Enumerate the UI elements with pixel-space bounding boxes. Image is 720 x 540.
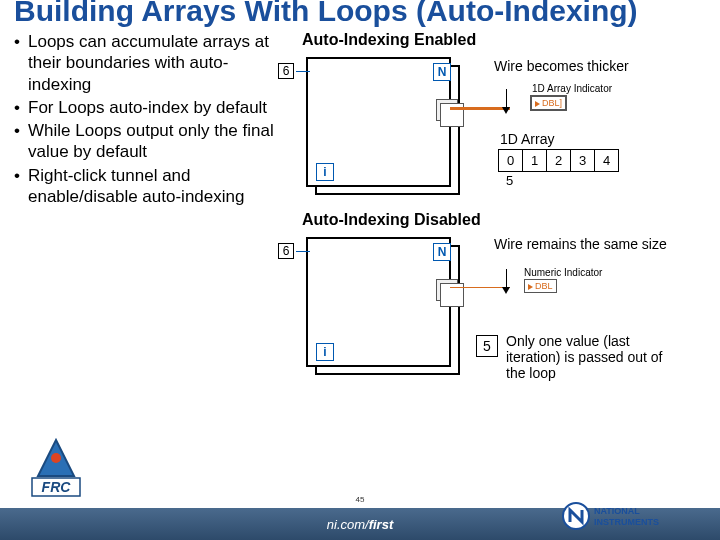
content-area: Loops can accumulate arrays at their bou… <box>0 31 720 391</box>
slide-title: Building Arrays With Loops (Auto-Indexin… <box>0 0 720 31</box>
array-indicator-label: 1D Array Indicator <box>532 83 612 94</box>
svg-point-1 <box>51 453 61 463</box>
bullet-item: Right-click tunnel and enable/disable au… <box>14 165 284 208</box>
array-cell: 1 <box>523 150 547 172</box>
thin-scalar-wire <box>450 287 510 288</box>
frc-logo: FRC <box>16 438 96 502</box>
loop-count-constant: 6 <box>278 243 294 259</box>
svg-text:NATIONAL: NATIONAL <box>594 506 640 516</box>
wire-thicker-note: Wire becomes thicker <box>494 59 629 74</box>
arrow-down-icon <box>502 269 510 294</box>
svg-text:INSTRUMENTS: INSTRUMENTS <box>594 517 659 527</box>
dbl-array-type-icon: DBL] <box>531 96 566 110</box>
footer-url: ni.com/first <box>327 517 393 532</box>
wire-same-note: Wire remains the same size <box>494 237 667 252</box>
arrow-down-icon <box>502 89 510 114</box>
array-values-table: 0 1 2 3 4 <box>498 149 619 172</box>
count-wire <box>296 71 310 72</box>
loop-count-constant: 6 <box>278 63 294 79</box>
array-cell: 0 <box>499 150 523 172</box>
for-loop-box-disabled: 6 N i <box>306 237 451 367</box>
page-number: 45 <box>356 495 365 504</box>
enabled-heading: Auto-Indexing Enabled <box>302 31 706 49</box>
bullet-item: Loops can accumulate arrays at their bou… <box>14 31 284 95</box>
bullet-list: Loops can accumulate arrays at their bou… <box>14 31 284 391</box>
disabled-note: Only one value (last iteration) is passe… <box>506 333 676 381</box>
for-loop-box: 6 N i <box>306 57 451 187</box>
bullet-item: For Loops auto-index by default <box>14 97 284 118</box>
diagrams-panel: Auto-Indexing Enabled 6 N i Wire becomes… <box>302 31 706 391</box>
numeric-indicator-label: Numeric Indicator <box>524 267 602 278</box>
array-title: 1D Array <box>500 131 554 147</box>
n-terminal: N <box>433 63 451 81</box>
i-terminal: i <box>316 163 334 181</box>
enabled-diagram: 6 N i Wire becomes thicker 1D Array Indi… <box>302 55 706 205</box>
array-extra-value: 5 <box>506 173 513 188</box>
auto-index-tunnel <box>436 99 456 121</box>
dbl-scalar-type-icon: DBL <box>524 279 557 293</box>
array-cell: 4 <box>595 150 619 172</box>
disabled-heading: Auto-Indexing Disabled <box>302 211 706 229</box>
last-value-tunnel <box>436 279 456 301</box>
disabled-diagram: 6 N i Wire remains the same size Numeric… <box>302 235 706 385</box>
scalar-output-value: 5 <box>476 335 498 357</box>
bullet-item: While Loops output only the final value … <box>14 120 284 163</box>
array-cell: 3 <box>571 150 595 172</box>
svg-text:FRC: FRC <box>42 479 72 495</box>
count-wire <box>296 251 310 252</box>
thick-array-wire <box>450 107 510 110</box>
n-terminal: N <box>433 243 451 261</box>
array-cell: 2 <box>547 150 571 172</box>
i-terminal: i <box>316 343 334 361</box>
ni-logo: NATIONAL INSTRUMENTS <box>560 498 710 534</box>
